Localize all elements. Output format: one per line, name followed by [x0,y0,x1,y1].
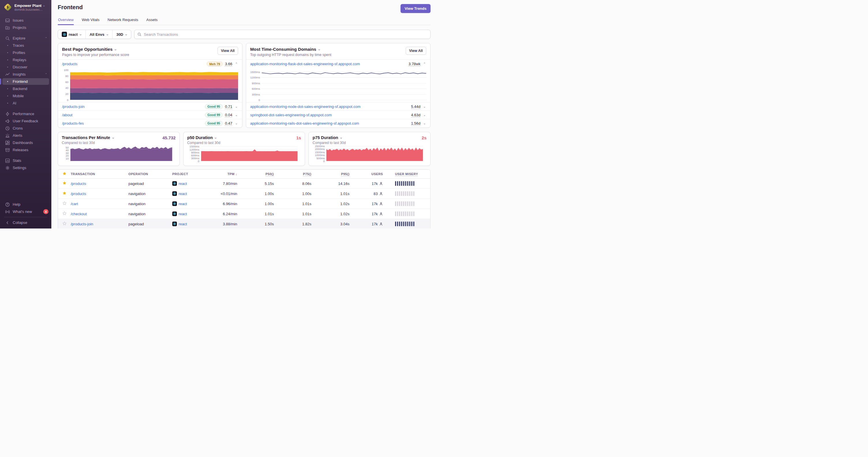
transaction-link[interactable]: /products-join [71,222,93,226]
view-trends-button[interactable]: View Trends [401,4,431,13]
page-link[interactable]: /products [62,62,78,66]
sidebar-item-backend[interactable]: Backend [0,85,51,92]
chevron-up-icon[interactable]: ⌃ [45,37,47,40]
column-header-operation[interactable]: OPERATION [128,172,172,176]
sidebar-item-releases[interactable]: Releases [0,146,51,154]
sidebar-item-profiles[interactable]: Profiles [0,49,51,56]
star-outline-icon[interactable] [58,211,71,217]
project-link[interactable]: react [172,201,213,206]
chevron-up-icon[interactable]: ⌃ [235,62,238,66]
panel-title[interactable]: Most Time-Consuming Domains⌄ [250,47,331,52]
time-spent-value[interactable]: 1.56d [411,121,421,126]
chevron-down-icon[interactable]: ⌄ [235,122,238,125]
project-filter[interactable]: react⌄ [58,30,85,39]
favorites-column-header[interactable] [58,171,71,177]
opportunity-score[interactable]: 0.04 [225,113,232,117]
panel-title[interactable]: p75 Duration⌄ [312,135,342,140]
time-spent-value[interactable]: 3.78wk [409,62,421,66]
tab-network-requests[interactable]: Network Requests [107,18,138,25]
sidebar-item-what-s-new[interactable]: What's new4 [0,208,51,215]
star-filled-icon[interactable] [58,181,71,186]
column-header-project[interactable]: PROJECT [172,172,213,176]
sidebar-item-crons[interactable]: Crons [0,125,51,132]
opportunity-score[interactable]: 3.66 [225,62,232,66]
column-header-p95[interactable]: P95() [311,172,349,176]
domain-row: application-monitoring-rails-dot-sales-e… [246,119,430,127]
tab-assets[interactable]: Assets [146,18,158,25]
sidebar-item-stats[interactable]: Stats [0,157,51,164]
search-input[interactable] [144,32,427,37]
view-all-button[interactable]: View All [218,47,238,55]
transaction-link[interactable]: /checkout [71,212,87,216]
chevron-up-icon[interactable]: ⌃ [45,73,47,76]
score-badge[interactable]: Good 95 [205,121,223,126]
sidebar-item-projects[interactable]: Projects [0,24,51,31]
opportunity-score[interactable]: 0.71 [225,104,232,109]
column-header-transaction[interactable]: TRANSACTION [71,172,128,176]
sidebar-item-ai[interactable]: AI [0,100,51,107]
sidebar-item-dashboards[interactable]: Dashboards [0,139,51,146]
project-link[interactable]: react [172,211,213,216]
sidebar-item-performance[interactable]: Performance [0,110,51,118]
sidebar-item-settings[interactable]: Settings [0,164,51,171]
score-badge[interactable]: Good 95 [205,104,223,109]
panel-subtitle: Compared to last 30d [312,141,427,145]
sidebar-item-label: Help [13,202,49,206]
star-filled-icon[interactable] [58,191,71,196]
tab-web-vitals[interactable]: Web Vitals [82,18,100,25]
environment-filter[interactable]: All Envs⌄ [85,30,112,39]
project-link[interactable]: react [172,181,213,186]
column-header-tpm[interactable]: TPM ↓ [213,172,237,176]
sidebar-item-collapse[interactable]: Collapse [0,219,51,226]
sidebar-item-mobile[interactable]: Mobile [0,92,51,100]
transaction-link[interactable]: /products [71,182,86,186]
chevron-down-icon[interactable]: ⌄ [423,105,426,108]
sidebar-item-discover[interactable]: Discover [0,63,51,71]
sidebar-item-alerts[interactable]: Alerts [0,132,51,139]
sidebar-item-explore[interactable]: Explore⌃ [0,35,51,42]
sidebar-item-label: Stats [13,158,49,163]
y-tick-label: 0 [67,98,68,102]
domain-link[interactable]: springboot-dot-sales-engineering-sf.apps… [250,113,332,117]
chevron-down-icon[interactable]: ⌄ [235,105,238,108]
page-link[interactable]: /about [62,113,72,117]
project-link[interactable]: react [172,222,213,226]
org-switcher[interactable]: Empower Plant ⌄ dominik.buszowiec… [0,0,51,14]
chevron-down-icon[interactable]: ⌄ [423,122,426,125]
column-header-p50[interactable]: P50() [237,172,274,176]
sidebar-item-traces[interactable]: Traces [0,42,51,49]
opportunity-score[interactable]: 0.47 [225,121,232,126]
chevron-up-icon[interactable]: ⌃ [423,62,426,66]
sidebar-item-replays[interactable]: Replays [0,56,51,63]
project-link[interactable]: react [172,191,213,196]
panel-title[interactable]: p50 Duration⌄ [187,135,217,140]
star-outline-icon[interactable] [58,221,71,227]
panel-title[interactable]: Transactions Per Minute⌄ [62,135,114,140]
sidebar-item-frontend[interactable]: Frontend [0,78,51,85]
sidebar-item-help[interactable]: Help [0,201,51,208]
domain-link[interactable]: application-monitoring-flask-dot-sales-e… [250,62,360,66]
page-link[interactable]: /products-join [62,104,85,109]
transaction-link[interactable]: /products [71,192,86,196]
time-spent-value[interactable]: 4.63d [411,113,421,117]
star-outline-icon[interactable] [58,201,71,206]
sidebar-item-user-feedback[interactable]: User Feedback [0,118,51,125]
date-range-filter[interactable]: 30D⌄ [112,30,131,39]
score-badge[interactable]: Good 99 [205,112,223,118]
sidebar-item-insights[interactable]: Insights⌃ [0,71,51,78]
panel-title[interactable]: Best Page Opportunities⌄ [62,47,129,52]
page-link[interactable]: /products-fes [62,121,84,126]
column-header-p75[interactable]: P75() [274,172,311,176]
chevron-down-icon[interactable]: ⌄ [423,113,426,117]
domain-link[interactable]: application-monitoring-rails-dot-sales-e… [250,121,359,126]
column-header-users[interactable]: USERS [349,172,383,176]
score-badge[interactable]: Meh 79 [207,61,222,66]
tab-overview[interactable]: Overview [58,18,74,25]
transaction-link[interactable]: /cart [71,202,78,206]
time-spent-value[interactable]: 5.44d [411,104,421,109]
sidebar-item-issues[interactable]: Issues [0,17,51,24]
column-header-user-misery[interactable]: USER MISERY [383,172,430,176]
chevron-down-icon[interactable]: ⌄ [235,113,238,117]
view-all-button[interactable]: View All [406,47,426,55]
domain-link[interactable]: application-monitoring-node-dot-sales-en… [250,104,361,109]
